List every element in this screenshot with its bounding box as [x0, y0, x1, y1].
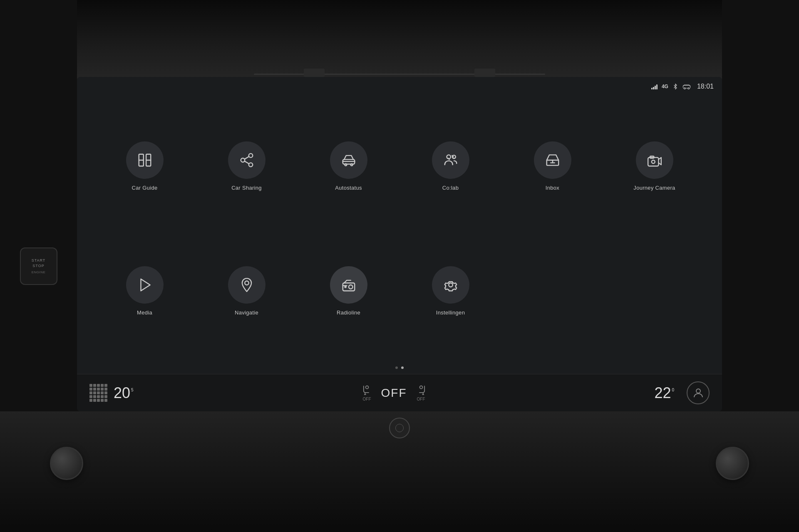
home-button[interactable]	[389, 418, 410, 438]
inbox-label: Inbox	[546, 185, 559, 191]
page-dot-2[interactable]	[401, 366, 404, 369]
infotainment-screen: 4G 18:01	[77, 77, 722, 411]
seat-right-control[interactable]: OFF	[415, 384, 427, 401]
seat-right-off-label: OFF	[417, 397, 425, 401]
off-center-label: OFF	[381, 386, 407, 399]
bottom-left: 20 5	[89, 384, 134, 402]
inbox-icon	[545, 152, 561, 168]
app-item-car-guide[interactable]: Car Guide	[94, 141, 196, 191]
app-item-navigatie[interactable]: Navigatie	[196, 266, 298, 316]
seat-right-icon	[415, 384, 427, 396]
navigatie-label: Navigatie	[235, 309, 258, 316]
colab-label: Co:lab	[442, 185, 459, 191]
top-vent	[0, 0, 799, 79]
svg-rect-19	[648, 158, 658, 166]
bottom-bar: 20 5 OFF OFF	[77, 374, 722, 411]
menu-grid-icon[interactable]	[89, 384, 107, 402]
bottom-right: 22 0	[654, 381, 710, 404]
car-guide-icon-circle[interactable]	[126, 141, 164, 179]
svg-point-9	[248, 163, 253, 167]
status-bar: 4G 18:01	[77, 77, 722, 96]
temp-left-value: 20	[114, 386, 130, 401]
app-item-car-sharing[interactable]: Car Sharing	[196, 141, 298, 191]
engine-label: ENGINE	[32, 270, 46, 274]
users-icon	[443, 152, 459, 168]
radioline-label: Radioline	[337, 309, 360, 316]
settings-icon	[443, 277, 459, 293]
media-label: Media	[137, 309, 152, 316]
app-item-media[interactable]: Media	[94, 266, 196, 316]
svg-point-30	[419, 386, 422, 389]
colab-icon-circle[interactable]	[432, 141, 469, 179]
svg-marker-22	[141, 279, 150, 291]
temp-right-value: 22	[654, 386, 671, 401]
instellingen-icon-circle[interactable]	[432, 266, 469, 304]
camera-icon	[647, 152, 663, 168]
right-knob[interactable]	[716, 447, 749, 480]
journey-camera-icon-circle[interactable]	[636, 141, 673, 179]
inbox-icon-circle[interactable]	[534, 141, 571, 179]
left-knob[interactable]	[50, 447, 83, 480]
app-item-colab[interactable]: Co:lab	[400, 141, 501, 191]
car-status-icon	[682, 84, 691, 89]
bottom-physical	[0, 411, 799, 532]
svg-point-28	[449, 283, 453, 287]
svg-point-20	[651, 160, 655, 163]
temp-left-sup: 5	[131, 387, 134, 396]
svg-point-27	[345, 286, 346, 287]
location-icon	[239, 277, 255, 293]
profile-icon	[692, 387, 705, 399]
autostatus-label: Autostatus	[335, 185, 362, 191]
app-grid-top: Car Guide Car Sharing	[94, 104, 705, 229]
app-item-inbox[interactable]: Inbox	[501, 141, 603, 191]
radioline-icon-circle[interactable]	[330, 266, 367, 304]
car-guide-label: Car Guide	[132, 185, 158, 191]
vent-clip-right	[474, 69, 495, 77]
play-icon	[137, 277, 153, 293]
temp-right-sup: 0	[672, 387, 674, 396]
profile-button[interactable]	[687, 381, 710, 404]
temp-right-display[interactable]: 22 0	[654, 386, 674, 401]
svg-point-1	[684, 87, 685, 89]
car-icon	[341, 152, 357, 168]
seat-left-control[interactable]: OFF	[361, 384, 373, 401]
app-item-journey-camera[interactable]: Journey Camera	[603, 141, 705, 191]
svg-point-2	[688, 87, 690, 89]
book-icon	[137, 152, 153, 168]
app-item-instellingen[interactable]: Instellingen	[400, 266, 501, 316]
svg-point-7	[248, 153, 253, 158]
page-dot-1[interactable]	[395, 366, 398, 369]
svg-point-25	[349, 285, 353, 289]
network-label: 4G	[662, 84, 668, 89]
autostatus-icon-circle[interactable]	[330, 141, 367, 179]
svg-point-13	[345, 164, 347, 166]
share-icon	[239, 152, 255, 168]
seat-left-off-label: OFF	[363, 397, 371, 401]
svg-point-31	[696, 389, 700, 393]
media-icon-circle[interactable]	[126, 266, 164, 304]
home-button-inner	[395, 424, 404, 432]
car-dashboard: STARTSTOP ENGINE 4G	[0, 0, 799, 532]
svg-point-29	[365, 386, 368, 389]
radio-icon	[341, 277, 357, 293]
start-stop-button[interactable]: STARTSTOP ENGINE	[20, 247, 57, 285]
svg-point-14	[350, 164, 352, 166]
svg-line-11	[244, 157, 249, 159]
main-content: Car Guide Car Sharing	[77, 96, 722, 361]
knobs-row	[0, 447, 799, 480]
svg-point-23	[245, 281, 249, 285]
app-item-autostatus[interactable]: Autostatus	[298, 141, 400, 191]
journey-camera-label: Journey Camera	[633, 185, 675, 191]
page-dots	[77, 361, 722, 374]
svg-line-10	[244, 161, 249, 164]
time-display: 18:01	[697, 83, 714, 90]
bluetooth-icon	[672, 84, 678, 89]
temp-left-display[interactable]: 20 5	[114, 386, 134, 401]
app-item-radioline[interactable]: Radioline	[298, 266, 400, 316]
navigatie-icon-circle[interactable]	[228, 266, 266, 304]
car-sharing-icon-circle[interactable]	[228, 141, 266, 179]
instellingen-label: Instellingen	[436, 309, 465, 316]
seat-left-icon	[361, 384, 373, 396]
vent-clip-left	[304, 69, 325, 77]
start-label: STARTSTOP	[32, 258, 46, 268]
